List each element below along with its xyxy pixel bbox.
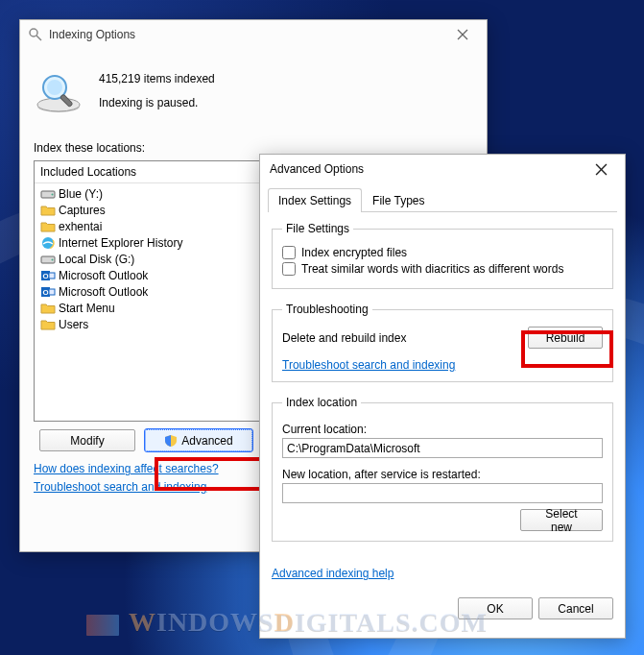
cancel-button[interactable]: Cancel — [538, 597, 613, 619]
indexing-status-label: Indexing is paused. — [99, 94, 215, 112]
close-button[interactable] — [446, 23, 479, 46]
index-encrypted-label: Index encrypted files — [301, 246, 407, 259]
folder-icon — [40, 219, 56, 234]
diacritics-checkbox[interactable] — [282, 262, 296, 276]
svg-rect-17 — [49, 273, 55, 279]
svg-point-0 — [30, 29, 37, 36]
svg-point-14 — [52, 258, 54, 260]
advanced-button-label: Advanced — [181, 434, 232, 448]
tab-file-types[interactable]: File Types — [362, 188, 435, 212]
location-label: exhentai — [59, 220, 102, 233]
outlook-icon: O — [40, 268, 56, 283]
file-settings-legend: File Settings — [282, 222, 353, 235]
current-location-field[interactable] — [282, 438, 603, 458]
indexing-icon — [28, 27, 43, 42]
window-title: Indexing Options — [49, 28, 446, 41]
tabs: Index Settings File Types — [268, 187, 617, 212]
svg-rect-20 — [49, 289, 55, 295]
diacritics-row[interactable]: Treat similar words with diacritics as d… — [282, 262, 603, 276]
location-label: Users — [59, 318, 88, 331]
advanced-title-label: Advanced Options — [270, 162, 586, 176]
locations-label: Index these locations: — [34, 141, 473, 155]
troubleshoot-search-link[interactable]: Troubleshoot search and indexing — [282, 358, 455, 372]
new-location-field[interactable] — [282, 483, 603, 503]
index-location-legend: Index location — [282, 396, 361, 409]
rebuild-text: Delete and rebuild index — [282, 331, 406, 345]
rebuild-button[interactable]: Rebuild — [528, 327, 603, 349]
location-label: Captures — [59, 204, 106, 217]
advanced-indexing-help-link[interactable]: Advanced indexing help — [272, 567, 394, 580]
advanced-button[interactable]: Advanced — [145, 429, 252, 451]
index-location-group: Index location Current location: New loc… — [272, 396, 613, 542]
how-indexing-link[interactable]: How does indexing affect searches? — [34, 462, 219, 475]
advanced-options-window: Advanced Options Index Settings File Typ… — [259, 154, 626, 639]
outlook-icon: O — [40, 284, 56, 300]
folder-icon — [40, 317, 56, 332]
location-label: Blue (Y:) — [59, 187, 103, 201]
new-location-label: New location, after service is restarted… — [282, 468, 603, 481]
index-encrypted-row[interactable]: Index encrypted files — [282, 246, 603, 259]
current-location-label: Current location: — [282, 423, 603, 436]
drive-icon — [40, 186, 56, 202]
drive-icon — [40, 252, 56, 267]
diacritics-label: Treat similar words with diacritics as d… — [301, 262, 563, 276]
svg-point-7 — [47, 80, 62, 95]
uac-shield-icon — [164, 434, 178, 448]
items-indexed-label: 415,219 items indexed — [99, 70, 215, 88]
ok-button[interactable]: OK — [458, 597, 533, 619]
troubleshooting-legend: Troubleshooting — [282, 303, 372, 316]
advanced-close-button[interactable] — [586, 158, 615, 180]
folder-icon — [40, 301, 56, 316]
svg-point-5 — [37, 98, 80, 111]
location-label: Start Menu — [59, 302, 115, 315]
index-encrypted-checkbox[interactable] — [282, 246, 296, 259]
magnifier-icon — [34, 66, 83, 116]
svg-point-10 — [52, 193, 54, 195]
titlebar: Indexing Options — [20, 20, 487, 49]
location-label: Internet Explorer History — [59, 236, 182, 250]
ie-icon — [40, 235, 56, 251]
select-new-button[interactable]: Select new — [520, 509, 603, 531]
svg-text:O: O — [42, 272, 48, 280]
location-label: Microsoft Outlook — [59, 285, 148, 299]
svg-line-1 — [36, 36, 41, 40]
location-label: Local Disk (G:) — [59, 253, 134, 266]
folder-icon — [40, 203, 56, 218]
file-settings-group: File Settings Index encrypted files Trea… — [272, 222, 613, 289]
modify-button[interactable]: Modify — [39, 429, 135, 451]
troubleshoot-link[interactable]: Troubleshoot search and indexing — [34, 480, 206, 494]
location-label: Microsoft Outlook — [59, 269, 148, 282]
svg-text:O: O — [42, 288, 48, 297]
troubleshooting-group: Troubleshooting Delete and rebuild index… — [272, 303, 613, 382]
tab-index-settings[interactable]: Index Settings — [268, 188, 362, 212]
advanced-titlebar: Advanced Options — [260, 155, 625, 183]
